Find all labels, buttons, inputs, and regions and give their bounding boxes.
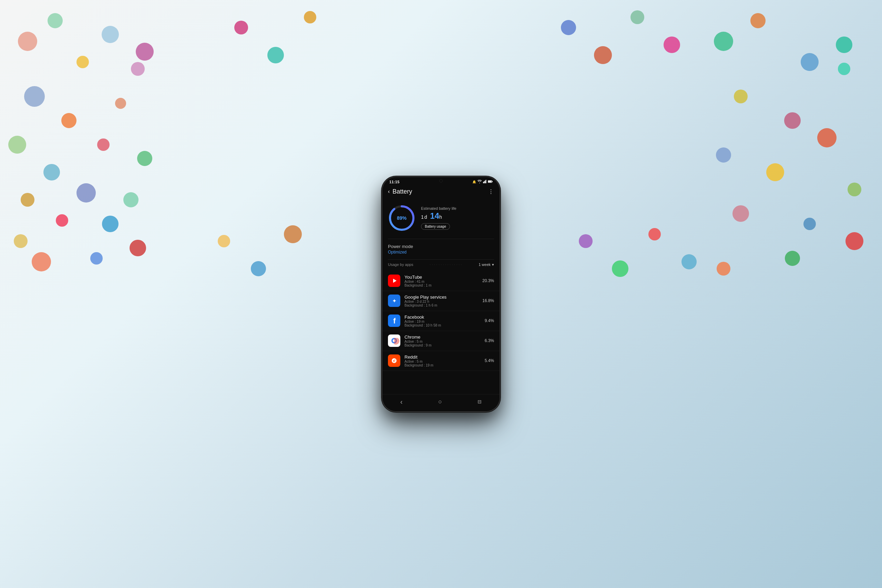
app-name: Facebook	[405, 315, 481, 320]
svg-rect-3	[486, 180, 486, 183]
app-details: YouTube Active : 41 m Background : 1 m	[405, 274, 478, 287]
app-name: YouTube	[405, 274, 478, 280]
app-icon-youtube	[388, 274, 400, 287]
svg-rect-0	[483, 182, 484, 183]
usage-header: Usage by apps · · · · · · · · · · · · · …	[382, 260, 500, 271]
app-list-item[interactable]: ✦ Google Play services Active : 3 d 22 h…	[382, 291, 500, 311]
page-title: Battery	[392, 188, 412, 195]
more-options-button[interactable]: ⋮	[488, 188, 494, 195]
signal-icon	[483, 180, 486, 184]
app-active-time: Active : 41 m	[405, 280, 478, 284]
app-list-item[interactable]: YouTube Active : 41 m Background : 1 m 2…	[382, 271, 500, 291]
app-list-item[interactable]: r/ Reddit Active : 5 m Background : 19 m…	[382, 351, 500, 371]
power-mode-value: Optimized	[388, 250, 494, 255]
usage-period-dropdown[interactable]: 1 week ▾	[478, 262, 494, 267]
app-list: YouTube Active : 41 m Background : 1 m 2…	[382, 271, 500, 371]
usage-apps-label: Usage by apps	[388, 262, 413, 267]
app-background-time: Background : 9 m	[405, 344, 481, 347]
app-header: ‹ Battery ⋮	[382, 185, 500, 199]
svg-text:f: f	[393, 316, 396, 325]
battery-info: Estimated battery life 1d 14h Battery us…	[421, 206, 494, 230]
nav-bar: ‹ ○ ⊟	[382, 394, 500, 411]
nav-home-button[interactable]: ○	[438, 398, 442, 405]
app-background-time: Background : 19 m	[405, 363, 481, 367]
camera-notch	[439, 179, 443, 183]
battery-percentage: 89%	[397, 215, 406, 221]
battery-gauge: 89%	[388, 204, 416, 232]
app-name: Google Play services	[405, 294, 478, 300]
app-icon-gps: ✦	[388, 294, 400, 307]
hour-number: 14	[430, 211, 439, 220]
notification-icon: 🔔	[472, 180, 476, 184]
svg-text:r/: r/	[393, 359, 396, 363]
app-percentage: 16.8%	[482, 298, 494, 303]
app-name: Chrome	[405, 334, 481, 340]
app-details: Chrome Active : 5 m Background : 9 m	[405, 334, 481, 347]
app-icon-reddit: r/	[388, 354, 400, 367]
status-icons: 🔔	[472, 180, 493, 184]
battery-status-icon	[488, 180, 493, 184]
nav-back-button[interactable]: ‹	[400, 398, 403, 406]
app-name: Reddit	[405, 354, 481, 360]
dropdown-icon: ▾	[492, 262, 494, 267]
status-time: 11:15	[389, 180, 400, 184]
battery-summary: 89% Estimated battery life 1d 14h Batter…	[382, 199, 500, 239]
estimated-time: 1d 14h	[421, 211, 494, 221]
app-percentage: 9.4%	[485, 318, 494, 323]
app-background-time: Background : 1 m	[405, 284, 478, 287]
app-background-time: Background : 10 h 58 m	[405, 324, 481, 327]
power-mode-section[interactable]: Power mode Optimized	[382, 239, 500, 260]
phone-device: 11:15 🔔	[382, 177, 500, 411]
app-percentage: 20.3%	[482, 278, 494, 283]
wifi-icon	[477, 180, 482, 184]
svg-rect-5	[488, 180, 492, 182]
svg-text:✦: ✦	[392, 298, 396, 304]
app-percentage: 5.4%	[485, 358, 494, 363]
app-icon-facebook: f	[388, 315, 400, 327]
estimated-label: Estimated battery life	[421, 206, 494, 210]
svg-rect-1	[484, 181, 485, 183]
app-icon-chrome	[388, 334, 400, 347]
app-active-time: Active : 5 m	[405, 340, 481, 344]
phone-screen: 11:15 🔔	[382, 177, 500, 411]
svg-rect-2	[485, 180, 486, 183]
app-background-time: Background : 1 h 6 m	[405, 303, 478, 307]
battery-usage-button[interactable]: Battery usage	[421, 223, 450, 230]
usage-dots-divider: · · · · · · · · · · · · · · ·	[430, 263, 462, 266]
day-number: 1	[421, 214, 424, 220]
svg-rect-6	[492, 181, 493, 182]
app-details: Google Play services Active : 3 d 22 h B…	[405, 294, 478, 307]
app-list-item[interactable]: f Facebook Active : 19 m Background : 10…	[382, 311, 500, 331]
app-active-time: Active : 19 m	[405, 320, 481, 324]
app-active-time: Active : 3 d 22 h	[405, 300, 478, 303]
main-content: 89% Estimated battery life 1d 14h Batter…	[382, 199, 500, 394]
usage-period-label: 1 week	[478, 262, 490, 267]
app-details: Reddit Active : 5 m Background : 19 m	[405, 354, 481, 367]
app-active-time: Active : 5 m	[405, 360, 481, 363]
app-list-item[interactable]: Chrome Active : 5 m Background : 9 m 6.3…	[382, 331, 500, 351]
app-percentage: 6.3%	[485, 338, 494, 343]
power-mode-label: Power mode	[388, 244, 494, 249]
back-button[interactable]: ‹	[388, 188, 390, 195]
header-left: ‹ Battery	[388, 188, 412, 195]
nav-recents-button[interactable]: ⊟	[477, 399, 482, 404]
app-details: Facebook Active : 19 m Background : 10 h…	[405, 315, 481, 327]
